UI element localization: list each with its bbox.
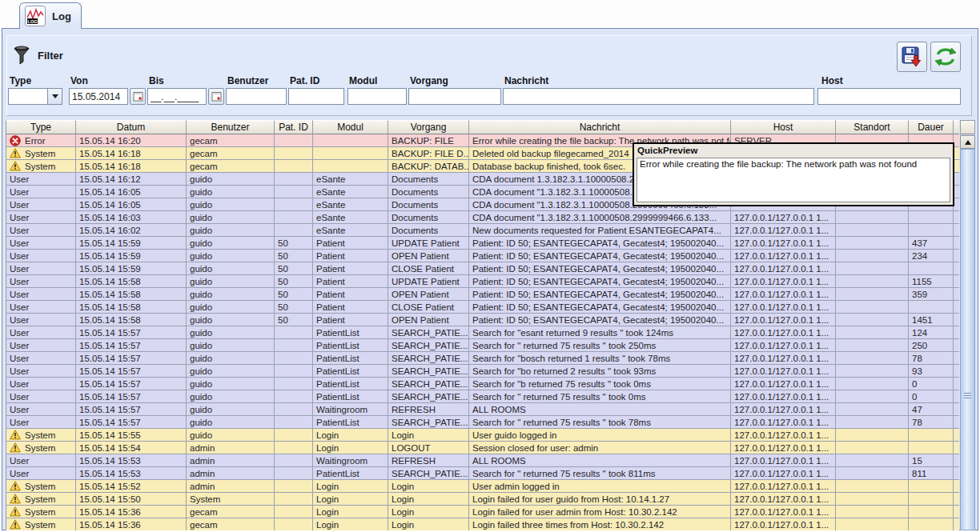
von-label: Von <box>70 75 88 86</box>
table-row[interactable]: System15.05.14 15:54adminLoginLOGOUTSess… <box>6 442 959 454</box>
cell-pat-id <box>275 186 313 198</box>
vorgang-label: Vorgang <box>410 75 448 86</box>
column-header-dauer[interactable]: Dauer <box>909 120 954 134</box>
cell-modul: PatientList <box>313 339 388 352</box>
cell-pat-id <box>275 211 313 224</box>
bis-calendar-button[interactable] <box>208 88 224 105</box>
cell-host: 127.0.0.1/127.0.0.1 1... <box>731 416 836 429</box>
cell-type: User <box>6 454 76 467</box>
cell-nachricht: ALL ROOMS <box>469 403 731 416</box>
table-header-row: TypeDatumBenutzerPat. IDModulVorgangNach… <box>6 120 959 134</box>
column-header-vorgang[interactable]: Vorgang <box>388 120 469 134</box>
refresh-button[interactable] <box>930 42 961 72</box>
table-row[interactable]: User15.05.14 15:57guidoPatientListSEARCH… <box>6 326 959 339</box>
table-row[interactable]: System15.05.14 15:50SystemLoginLoginLogi… <box>6 493 959 506</box>
table-row[interactable]: System15.05.14 15:52adminLoginLoginUser … <box>6 480 959 493</box>
table-row[interactable]: User15.05.14 15:57guidoPatientListSEARCH… <box>6 339 959 352</box>
host-input[interactable] <box>817 88 961 105</box>
table-row[interactable]: User15.05.14 15:58guido50PatientUPDATE P… <box>6 275 959 288</box>
cell-modul: Patient <box>313 301 388 314</box>
von-calendar-button[interactable] <box>130 88 146 105</box>
scrollbar-thumb[interactable] <box>960 149 975 530</box>
cell-modul: Waitingroom <box>313 454 388 467</box>
table-row[interactable]: User15.05.14 15:57guidoPatientListSEARCH… <box>6 378 959 390</box>
table-row[interactable]: User15.05.14 15:59guido50PatientCLOSE Pa… <box>6 262 959 275</box>
cell-standort <box>836 365 909 378</box>
cell-modul <box>313 134 388 147</box>
scroll-up-button[interactable] <box>960 135 975 149</box>
cell-vorgang: Documents <box>388 211 469 224</box>
modul-input[interactable] <box>347 88 407 105</box>
cell-vorgang: SEARCH_PATIE... <box>388 339 469 352</box>
table-row[interactable]: System15.05.14 15:55guidoLoginLoginUser … <box>6 429 959 442</box>
cell-dauer: 234 <box>909 250 954 262</box>
column-header-host[interactable]: Host <box>731 120 836 134</box>
table-row[interactable]: System15.05.14 15:36gecamLoginLoginLogin… <box>6 506 959 518</box>
cell-datum: 15.05.14 15:59 <box>76 250 187 262</box>
table-row[interactable]: User15.05.14 15:57guidoPatientListSEARCH… <box>6 352 959 365</box>
cell-dauer <box>909 493 954 506</box>
cell-modul <box>313 147 388 160</box>
cell-nachricht: Search for "bosch returned 1 results " t… <box>469 352 731 365</box>
cell-benutzer: guido <box>187 352 275 365</box>
cell-benutzer: guido <box>187 250 275 262</box>
cell-standort <box>836 326 909 339</box>
cell-filler <box>954 314 959 326</box>
cell-type: User <box>6 198 76 211</box>
cell-benutzer: admin <box>187 467 275 480</box>
cell-datum: 15.05.14 15:57 <box>76 339 187 352</box>
cell-benutzer: guido <box>187 429 275 442</box>
table-row[interactable]: User15.05.14 15:58guido50PatientOPEN Pat… <box>6 314 959 326</box>
table-row[interactable]: System15.05.14 15:36gecamLoginLoginLogin… <box>6 518 959 530</box>
benutzer-input[interactable] <box>226 88 287 105</box>
table-row[interactable]: User15.05.14 15:57guidoPatientListSEARCH… <box>6 390 959 403</box>
table-row[interactable]: User15.05.14 15:58guido50PatientCLOSE Pa… <box>6 301 959 314</box>
table-row[interactable]: User15.05.14 15:53adminWaitingroomREFRES… <box>6 454 959 467</box>
warning-icon <box>10 481 21 491</box>
cell-standort <box>836 467 909 480</box>
pat-id-input[interactable] <box>288 88 344 105</box>
column-header-benutzer[interactable]: Benutzer <box>187 120 275 134</box>
tab-log[interactable]: LOG Log <box>19 2 82 29</box>
cell-nachricht: Search for "esant returned 9 results " t… <box>469 326 731 339</box>
cell-dauer: 1451 <box>909 314 954 326</box>
cell-type: User <box>6 390 76 403</box>
table-row[interactable]: User15.05.14 15:59guido50PatientUPDATE P… <box>6 237 959 250</box>
table-row[interactable]: User15.05.14 15:53adminPatientListSEARCH… <box>6 467 959 480</box>
vorgang-input[interactable] <box>408 88 501 105</box>
type-select[interactable] <box>8 88 62 105</box>
cell-pat-id <box>275 147 313 160</box>
cell-pat-id <box>275 518 313 530</box>
cell-type: User <box>6 186 76 198</box>
table-row[interactable]: User15.05.14 16:02guidoeSanteDocumentsNe… <box>6 224 959 237</box>
table-row[interactable]: User15.05.14 15:57guidoPatientListSEARCH… <box>6 365 959 378</box>
von-date-input[interactable] <box>69 88 128 105</box>
column-header-datum[interactable]: Datum <box>76 120 187 134</box>
cell-type: User <box>6 173 76 186</box>
column-header-pat-id[interactable]: Pat. ID <box>275 120 313 134</box>
table-row[interactable]: User15.05.14 15:57guidoWaitingroomREFRES… <box>6 403 959 416</box>
column-header-type[interactable]: Type <box>6 120 76 134</box>
cell-filler <box>954 339 959 352</box>
cell-standort <box>836 275 909 288</box>
table-row[interactable]: User15.05.14 15:59guido50PatientOPEN Pat… <box>6 250 959 262</box>
cell-type-label: User <box>10 200 29 210</box>
vertical-scrollbar[interactable] <box>960 120 975 530</box>
column-header-modul[interactable]: Modul <box>313 120 388 134</box>
cell-pat-id <box>275 224 313 237</box>
warning-icon <box>10 161 21 171</box>
table-row[interactable]: User15.05.14 15:58guido50PatientOPEN Pat… <box>6 288 959 301</box>
column-header-standort[interactable]: Standort <box>836 120 909 134</box>
save-button[interactable] <box>897 42 927 72</box>
cell-pat-id: 50 <box>275 275 313 288</box>
cell-modul: Waitingroom <box>313 403 388 416</box>
column-header-nachricht[interactable]: Nachricht <box>469 120 731 134</box>
cell-modul: Login <box>313 442 388 454</box>
cell-vorgang: Documents <box>388 173 469 186</box>
table-row[interactable]: User15.05.14 15:57guidoPatientListSEARCH… <box>6 416 959 429</box>
cell-type: System <box>6 160 76 173</box>
table-row[interactable]: User15.05.14 16:03guidoeSanteDocumentsCD… <box>6 211 959 224</box>
nachricht-input[interactable] <box>503 88 814 105</box>
bis-date-input[interactable] <box>147 88 207 105</box>
cell-host: 127.0.0.1/127.0.0.1 1... <box>731 275 836 288</box>
